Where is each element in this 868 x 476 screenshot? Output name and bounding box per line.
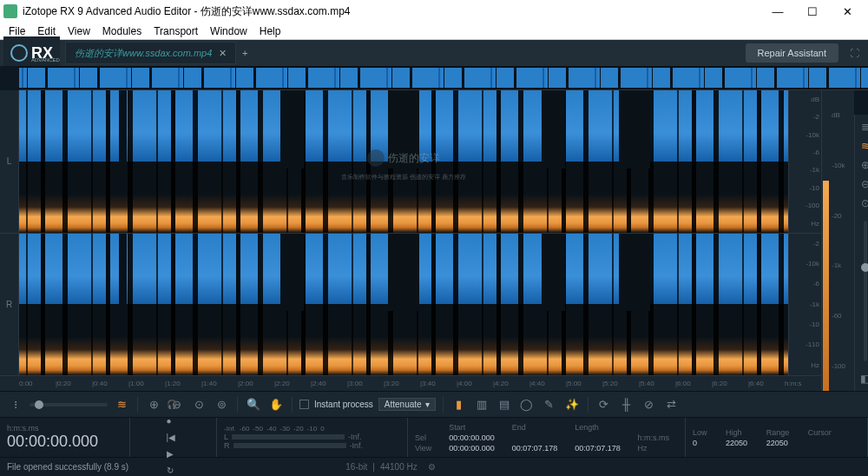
zoom-tool-icon[interactable]: 🔍 <box>245 396 262 413</box>
invert-sel-icon[interactable]: ⇄ <box>663 396 681 413</box>
hand-tool-icon[interactable]: ✋ <box>267 396 285 413</box>
attenuate-select[interactable]: Attenuate▾ <box>378 398 436 411</box>
minimize-button[interactable]: — <box>760 5 795 18</box>
time-ruler[interactable]: 0:00|0:20|0:40|1:00|1:20|1:40|2:00|2:20|… <box>0 375 821 391</box>
db-ruler-right: -2-10k-6-1k-10-110Hz <box>788 234 821 376</box>
menu-modules[interactable]: Modules <box>97 23 147 39</box>
lasso-icon[interactable]: ◯ <box>518 396 536 413</box>
settings-icon[interactable]: ⚙ <box>428 462 436 472</box>
select-timefreq-icon[interactable]: ▥ <box>473 396 490 413</box>
selection-readout: StartEndLength Sel00:00:00.000h:m:s.ms V… <box>415 423 678 453</box>
status-message: File opened successfully (8.9 s) <box>7 462 128 472</box>
deselect-icon[interactable]: ⊘ <box>641 396 658 413</box>
blend-slider[interactable] <box>864 221 867 361</box>
select-freq-icon[interactable]: ▤ <box>496 396 513 413</box>
spectrogram-mode-icon[interactable]: ≋ <box>113 396 130 413</box>
select-time-icon[interactable]: ▮ <box>450 396 468 413</box>
harmonic-icon[interactable]: ╫ <box>618 396 635 413</box>
level-meter <box>821 90 830 391</box>
watermark: 伤逝的安详 <box>367 149 440 167</box>
meter-l-bar <box>232 434 345 440</box>
spectrogram-right[interactable] <box>19 234 788 376</box>
overview-waveform[interactable] <box>19 66 868 90</box>
db-ruler-left: dB-2-10k-6-1k-10-100Hz <box>788 90 821 233</box>
zoom-sel-icon[interactable]: ⊙ <box>190 396 207 413</box>
opacity-slider[interactable] <box>30 403 108 407</box>
tab-close-icon[interactable]: ✕ <box>219 48 227 59</box>
meter-l-label: L <box>224 433 228 441</box>
zoom-freq-icon[interactable]: ⊕ <box>858 158 869 172</box>
spectro-wave-icon[interactable]: ≋ <box>858 139 869 153</box>
batch-icon[interactable]: ⛶ <box>844 43 865 63</box>
record-button[interactable]: ● <box>167 416 181 426</box>
instant-process-label: Instant process <box>314 400 373 409</box>
close-button[interactable]: ✕ <box>830 5 865 18</box>
rewind-button[interactable]: |◀ <box>167 433 181 442</box>
stereo-icon[interactable]: ≣ <box>858 120 869 134</box>
wand-icon[interactable]: ✨ <box>563 396 581 413</box>
repair-assistant-button[interactable]: Repair Assistant <box>746 43 838 63</box>
menu-transport[interactable]: Transport <box>148 23 203 39</box>
tab-label: 伤逝的安详www.ssdax.com.mp4 <box>75 47 212 60</box>
spectrogram-left[interactable]: 伤逝的安详 音乐制作软件与教程资源 伤逝的安详 鼎力推荐 <box>19 90 788 233</box>
app-logo: RX ADVANCED <box>3 36 60 69</box>
playhead-time: 00:00:00.000 <box>7 433 122 451</box>
app-icon <box>3 4 17 18</box>
loop-button[interactable]: ↻ <box>167 466 181 475</box>
menu-view[interactable]: View <box>62 23 95 39</box>
freq-readout: LowHighRangeCursor 02205022050 <box>693 428 860 447</box>
lower-toolbar: ⫶ ≋ ⊕ ⊖ ⊙ ⊚ 🔍 ✋ Instant process Attenuat… <box>0 391 868 417</box>
app-edition: ADVANCED <box>31 57 60 63</box>
play-button[interactable]: ▶ <box>167 449 181 459</box>
meter-r-label: R <box>224 441 230 450</box>
colormap-icon[interactable]: ◧ <box>858 372 869 386</box>
instant-process-checkbox[interactable] <box>299 400 309 409</box>
headphones-icon[interactable]: 🎧 <box>167 400 181 409</box>
zoom-in-icon[interactable]: ⊕ <box>145 396 162 413</box>
channel-r-label: R <box>0 234 19 376</box>
new-tab-button[interactable]: + <box>236 48 253 58</box>
time-format-label: h:m:s.ms <box>7 424 122 433</box>
watermark-sub: 音乐制作软件与教程资源 伤逝的安详 鼎力推荐 <box>341 173 466 182</box>
fit-freq-icon[interactable]: ⊙ <box>858 196 869 210</box>
cursor-tool-icon[interactable]: ⫶ <box>7 396 24 413</box>
menu-bar: File Edit View Modules Transport Window … <box>0 23 868 40</box>
brush-icon[interactable]: ✎ <box>541 396 558 413</box>
meter-r-bar <box>233 443 346 448</box>
zoom-fit-icon[interactable]: ⊚ <box>213 396 230 413</box>
zoom-out-freq-icon[interactable]: ⊖ <box>858 177 869 191</box>
vertical-toolbar: ≣ ≋ ⊕ ⊖ ⊙ ◧ <box>854 115 868 391</box>
find-similar-icon[interactable]: ⟳ <box>595 396 613 413</box>
swirl-icon <box>10 44 28 62</box>
format-readout: 16-bit | 44100 Hz ⚙ <box>345 462 435 472</box>
meter-scale: dB-10k-20-1k-60-100 <box>830 90 854 391</box>
menu-window[interactable]: Window <box>205 23 253 39</box>
maximize-button[interactable]: ☐ <box>795 5 830 18</box>
channel-l-label: L <box>0 90 19 233</box>
document-tab[interactable]: 伤逝的安详www.ssdax.com.mp4 ✕ <box>65 42 236 64</box>
window-title: iZotope RX 9 Advanced Audio Editor - 伤逝的… <box>23 4 760 19</box>
menu-help[interactable]: Help <box>254 23 286 39</box>
